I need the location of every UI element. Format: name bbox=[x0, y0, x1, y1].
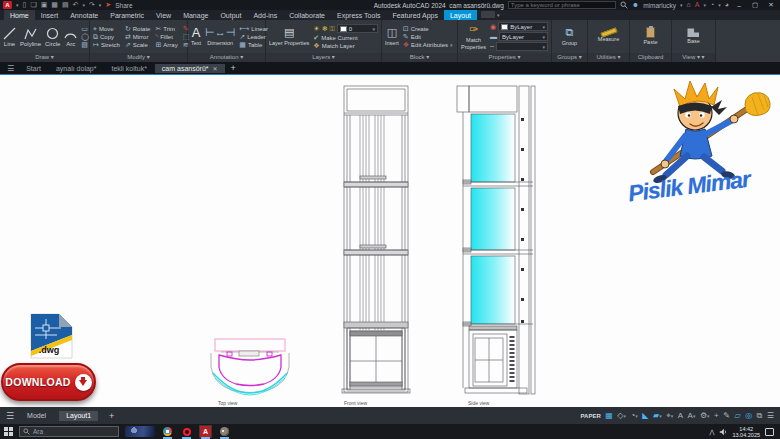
start-button[interactable] bbox=[4, 427, 13, 436]
search-icon[interactable] bbox=[620, 1, 628, 9]
copy-tool[interactable]: ⧉Copy bbox=[93, 33, 120, 40]
lineweight-select[interactable]: ByLayer ▾ bbox=[499, 32, 548, 41]
dimension-tool[interactable]: ⊢↔⊣ Dimension bbox=[205, 26, 235, 46]
taskbar-clock[interactable]: 14:42 13.04.2025 bbox=[732, 426, 760, 438]
annotation-scale-icon[interactable]: A▾ bbox=[688, 411, 696, 420]
taskbar-autocad[interactable]: A bbox=[199, 425, 212, 438]
array-tool[interactable]: ⊞Array bbox=[155, 41, 177, 48]
open-file-icon[interactable]: ❏ bbox=[30, 1, 36, 9]
new-layout-button[interactable]: + bbox=[104, 411, 119, 421]
panel-block-label[interactable]: Block ▾ bbox=[382, 53, 457, 62]
undo-caret-icon[interactable]: ▾ bbox=[82, 2, 85, 8]
tab-output[interactable]: Output bbox=[214, 10, 247, 20]
rotate-tool[interactable]: ↻Rotate bbox=[125, 25, 151, 32]
insert-block-button[interactable]: ◫ Insert bbox=[385, 26, 399, 46]
polyline-tool[interactable]: Polyline bbox=[20, 27, 41, 47]
layer-lock-icon[interactable]: ⚿ bbox=[330, 25, 335, 32]
tab-parametric[interactable]: Parametric bbox=[104, 10, 150, 20]
tab-layout[interactable]: Layout bbox=[444, 10, 477, 20]
layout-menu-icon[interactable]: ☰ bbox=[6, 411, 14, 421]
tab-annotate[interactable]: Annotate bbox=[64, 10, 104, 20]
panel-properties-label[interactable]: Properties ▾ bbox=[458, 53, 551, 62]
taskbar-chrome[interactable] bbox=[161, 425, 174, 438]
rectangle-tool-icon[interactable]: ▭ bbox=[81, 25, 89, 32]
tab-insert[interactable]: Insert bbox=[35, 10, 65, 20]
snap-mode-icon[interactable]: ◇▾ bbox=[617, 411, 626, 420]
user-icon[interactable]: ☻ bbox=[632, 1, 639, 9]
customization-icon[interactable]: ☰ bbox=[767, 411, 774, 420]
line-tool[interactable]: Line bbox=[3, 27, 16, 47]
tab-featured-apps[interactable]: Featured Apps bbox=[386, 10, 444, 20]
share-icon[interactable]: ➤ bbox=[105, 1, 111, 9]
drawing-canvas[interactable]: Top view Front view Side view Pi bbox=[0, 74, 780, 407]
taskbar-search[interactable]: Ara bbox=[19, 426, 119, 437]
tray-chevron-icon[interactable]: ⋀ bbox=[710, 428, 715, 435]
file-tab-aynali-dolap[interactable]: aynalı dolap* bbox=[49, 64, 103, 73]
tab-express-tools[interactable]: Express Tools bbox=[331, 10, 386, 20]
help-globe-icon[interactable]: ◔ bbox=[710, 1, 714, 9]
edit-block-button[interactable]: ✎Edit bbox=[403, 33, 453, 40]
group-button[interactable]: ⧉ Group bbox=[562, 26, 577, 46]
redo-icon[interactable]: ↷ bbox=[89, 1, 95, 9]
help-caret-icon[interactable]: ▾ bbox=[718, 2, 721, 8]
mirror-tool[interactable]: ⇄Mirror bbox=[125, 33, 151, 40]
autodesk-a-icon[interactable]: A bbox=[695, 1, 700, 9]
share-label[interactable]: Share bbox=[115, 2, 132, 9]
ortho-mode-icon[interactable]: ◣ bbox=[642, 411, 648, 420]
arc-tool[interactable]: Arc bbox=[64, 27, 77, 47]
dwg-file-icon[interactable]: .dwg bbox=[27, 313, 75, 359]
tab-manage[interactable]: Manage bbox=[177, 10, 214, 20]
table-tool[interactable]: ▦Table bbox=[239, 41, 268, 48]
layer-select[interactable]: 0 ▾ bbox=[337, 24, 378, 33]
app-menu-button[interactable]: A bbox=[3, 1, 12, 9]
notification-bell-icon[interactable]: ◕ bbox=[725, 1, 729, 9]
layer-on-icon[interactable]: ☀ bbox=[313, 25, 319, 32]
undo-icon[interactable]: ↶ bbox=[73, 1, 79, 9]
ribbon-display-toggle[interactable] bbox=[481, 11, 495, 18]
save-icon[interactable]: ▣ bbox=[41, 1, 48, 9]
a-caret-icon[interactable]: ▾ bbox=[704, 2, 707, 8]
polar-tracking-icon[interactable]: ◔▾ bbox=[630, 411, 637, 420]
workspace-gear-icon[interactable]: ⚙▾ bbox=[700, 411, 710, 420]
tab-collaborate[interactable]: Collaborate bbox=[283, 10, 331, 20]
ellipse-tool-icon[interactable]: ◯ bbox=[81, 33, 89, 40]
object-snap-icon[interactable]: ⌖▾ bbox=[666, 411, 673, 421]
tab-view[interactable]: View bbox=[150, 10, 177, 20]
paper-space-indicator[interactable]: PAPER bbox=[581, 413, 601, 419]
panel-layers-label[interactable]: Layers ▾ bbox=[266, 53, 381, 62]
linear-tool[interactable]: ⟷Linear bbox=[239, 25, 268, 32]
app-store-icon[interactable]: ⌂ bbox=[687, 1, 691, 9]
help-search-input[interactable] bbox=[508, 1, 616, 9]
save-as-icon[interactable]: ▦ bbox=[51, 1, 58, 9]
model-tab[interactable]: Model bbox=[20, 411, 53, 421]
move-tool[interactable]: ⌖Move bbox=[93, 25, 120, 32]
app-menu-caret-icon[interactable]: ▾ bbox=[16, 2, 19, 8]
new-file-icon[interactable]: ▯ bbox=[23, 1, 27, 9]
graphics-performance-icon[interactable]: ▱ bbox=[734, 411, 740, 420]
maximize-button[interactable]: ▢ bbox=[749, 1, 761, 9]
taskbar-gimp[interactable] bbox=[218, 425, 231, 438]
layer-freeze-icon[interactable]: ❄ bbox=[322, 25, 328, 32]
volume-icon[interactable] bbox=[719, 428, 727, 436]
minimize-button[interactable]: – bbox=[733, 2, 745, 9]
circle-tool[interactable]: Circle bbox=[45, 27, 60, 47]
panel-view-label[interactable]: View ▾ ▾ bbox=[672, 53, 715, 62]
grid-display-icon[interactable]: ▦ bbox=[605, 411, 613, 420]
fillet-tool[interactable]: ◝Fillet bbox=[155, 33, 177, 40]
close-button[interactable]: ✕ bbox=[765, 1, 777, 9]
plot-icon[interactable]: ▤ bbox=[62, 1, 69, 9]
tab-home[interactable]: Home bbox=[4, 10, 35, 20]
panel-modify-label[interactable]: Modify ▾ bbox=[90, 53, 187, 62]
tab-add-ins[interactable]: Add-ins bbox=[247, 10, 283, 20]
linetype-select[interactable]: ▾ bbox=[496, 42, 548, 51]
annotation-monitor-icon[interactable]: ✎ bbox=[723, 411, 730, 420]
file-tab-cam-asansoru[interactable]: cam asansörü*✕ bbox=[155, 64, 225, 73]
measure-button[interactable]: Measure bbox=[598, 30, 619, 42]
download-button[interactable]: DOWNLOAD bbox=[1, 363, 96, 401]
window-thumbnail[interactable] bbox=[125, 426, 155, 437]
match-properties-button[interactable]: ✑ MatchProperties bbox=[461, 23, 486, 49]
isolate-objects-icon[interactable]: ◎ bbox=[745, 411, 752, 420]
panel-groups-label[interactable]: Groups ▾ bbox=[552, 53, 587, 62]
object-color-select[interactable]: ByLayer ▾ bbox=[498, 22, 548, 31]
match-layer-button[interactable]: ❖ Match Layer bbox=[313, 42, 378, 49]
